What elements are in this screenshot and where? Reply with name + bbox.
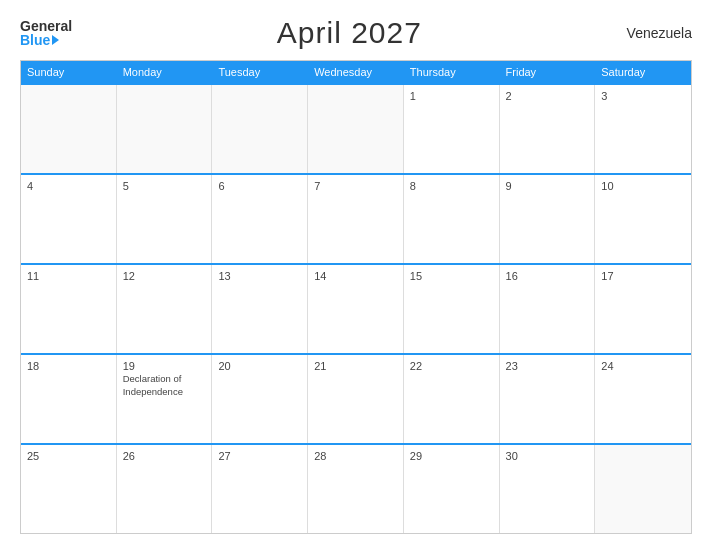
day-cell-8: 8: [404, 175, 500, 263]
day-headers-row: Sunday Monday Tuesday Wednesday Thursday…: [21, 61, 691, 83]
week-row-3: 11 12 13 14 15 16 17: [21, 263, 691, 353]
day-cell-22: 22: [404, 355, 500, 443]
day-cell-26: 26: [117, 445, 213, 533]
header: General Blue April 2027 Venezuela: [20, 16, 692, 50]
day-cell-15: 15: [404, 265, 500, 353]
week-row-1: 1 2 3: [21, 83, 691, 173]
calendar-page: General Blue April 2027 Venezuela Sunday…: [0, 0, 712, 550]
day-cell-25: 25: [21, 445, 117, 533]
weeks-container: 1 2 3 4 5 6 7 8 9 10 11 12 13 14 15: [21, 83, 691, 533]
day-cell-21: 21: [308, 355, 404, 443]
day-cell: [212, 85, 308, 173]
logo-blue-text: Blue: [20, 33, 72, 47]
day-cell-empty: [595, 445, 691, 533]
day-cell-14: 14: [308, 265, 404, 353]
header-thursday: Thursday: [404, 61, 500, 83]
day-cell-27: 27: [212, 445, 308, 533]
day-cell: [308, 85, 404, 173]
day-cell-6: 6: [212, 175, 308, 263]
header-monday: Monday: [117, 61, 213, 83]
day-cell-20: 20: [212, 355, 308, 443]
day-cell-7: 7: [308, 175, 404, 263]
week-row-5: 25 26 27 28 29 30: [21, 443, 691, 533]
header-tuesday: Tuesday: [212, 61, 308, 83]
day-cell-18: 18: [21, 355, 117, 443]
day-cell-19: 19 Declaration of Independence: [117, 355, 213, 443]
day-cell-5: 5: [117, 175, 213, 263]
day-cell-12: 12: [117, 265, 213, 353]
day-cell-2: 2: [500, 85, 596, 173]
day-cell-17: 17: [595, 265, 691, 353]
logo-general-text: General: [20, 19, 72, 33]
day-cell-23: 23: [500, 355, 596, 443]
day-cell: [21, 85, 117, 173]
day-cell-10: 10: [595, 175, 691, 263]
header-wednesday: Wednesday: [308, 61, 404, 83]
day-cell-9: 9: [500, 175, 596, 263]
header-saturday: Saturday: [595, 61, 691, 83]
country-label: Venezuela: [627, 25, 692, 41]
day-cell-29: 29: [404, 445, 500, 533]
logo: General Blue: [20, 19, 72, 47]
calendar-grid: Sunday Monday Tuesday Wednesday Thursday…: [20, 60, 692, 534]
day-cell-11: 11: [21, 265, 117, 353]
calendar-title: April 2027: [277, 16, 422, 50]
week-row-4: 18 19 Declaration of Independence 20 21 …: [21, 353, 691, 443]
day-cell-16: 16: [500, 265, 596, 353]
header-sunday: Sunday: [21, 61, 117, 83]
header-friday: Friday: [500, 61, 596, 83]
day-cell: [117, 85, 213, 173]
day-cell-28: 28: [308, 445, 404, 533]
day-cell-13: 13: [212, 265, 308, 353]
day-cell-3: 3: [595, 85, 691, 173]
week-row-2: 4 5 6 7 8 9 10: [21, 173, 691, 263]
holiday-declaration: Declaration of Independence: [123, 373, 183, 397]
day-cell-24: 24: [595, 355, 691, 443]
logo-triangle-icon: [52, 35, 59, 45]
day-cell-1: 1: [404, 85, 500, 173]
day-cell-30: 30: [500, 445, 596, 533]
day-cell-4: 4: [21, 175, 117, 263]
